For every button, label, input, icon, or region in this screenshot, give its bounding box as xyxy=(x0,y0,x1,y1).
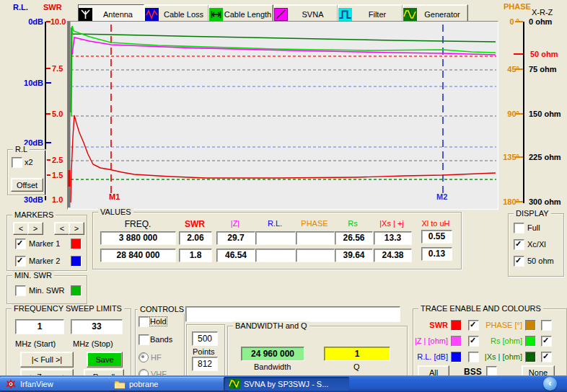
svna-taskbar-icon xyxy=(229,378,240,389)
marker2-prev-button[interactable]: < xyxy=(54,222,70,235)
value-swr-m1[interactable]: 2.06 xyxy=(179,231,212,245)
marker2-color-swatch[interactable] xyxy=(71,256,82,267)
rl-x2-checkbox[interactable] xyxy=(12,157,22,168)
folder-icon xyxy=(114,379,126,389)
value-rl-m1[interactable] xyxy=(255,231,296,245)
freq-stop-label: MHz (Stop) xyxy=(73,339,113,348)
marker2-label: Marker 2 xyxy=(29,257,60,265)
trace-z-checkbox[interactable] xyxy=(468,336,479,347)
chart-plot-area[interactable]: M1 M2 xyxy=(67,21,498,210)
toolbar-button-label: Cable Length xyxy=(223,10,273,19)
marker1-color-swatch[interactable] xyxy=(71,239,82,249)
value-xs-m1[interactable]: 13.3 xyxy=(374,231,412,245)
trace-xs-color-swatch[interactable] xyxy=(525,352,536,362)
generator-icon xyxy=(403,8,417,21)
xrz-axis-title: X-R-Z xyxy=(532,8,553,17)
toolbar-button-label: SVNA xyxy=(288,10,338,19)
col-header-freq: FREQ. xyxy=(109,219,167,229)
min-swr-group: MIN. SWR Min. SWR xyxy=(6,275,87,304)
cable-length-icon xyxy=(209,8,223,21)
trace-rl-color-swatch[interactable] xyxy=(451,352,462,362)
rl-axis-title: R.L. xyxy=(13,3,28,12)
trace-rl-label: R.L. [dB] xyxy=(413,352,448,361)
display-full-checkbox[interactable] xyxy=(514,223,524,233)
trace-swr-color-swatch[interactable] xyxy=(451,320,462,331)
marker1-checkbox[interactable] xyxy=(15,239,26,249)
arrow-right-icon: > xyxy=(74,224,79,233)
points-secondary-input[interactable]: 812 xyxy=(192,357,218,371)
trace-phase-color-swatch[interactable] xyxy=(525,320,536,331)
freq-start-input[interactable]: 1 xyxy=(15,319,64,334)
db-tick xyxy=(46,82,51,84)
min-swr-color-swatch[interactable] xyxy=(71,285,82,296)
cable-loss-icon xyxy=(145,8,159,21)
trace-z-label: |Z | [ohm] xyxy=(413,337,448,345)
taskbar: IrfanView pobrane SVNA by SP3SWJ - S... … xyxy=(0,375,567,392)
toolbar-button-label: Generator xyxy=(417,10,467,19)
taskbar-button-pobrane[interactable]: pobrane xyxy=(109,377,229,391)
marker1-next-button[interactable]: > xyxy=(27,222,43,235)
trace-rs-color-swatch[interactable] xyxy=(525,336,536,347)
value-rs-m1[interactable]: 26.56 xyxy=(335,231,373,245)
toolbar-button-label: Antenna xyxy=(92,10,144,19)
save-button[interactable]: Save xyxy=(87,352,123,368)
value-freq-m2[interactable]: 28 840 000 xyxy=(100,249,176,262)
value-rs-m2[interactable]: 39.64 xyxy=(335,249,373,262)
value-xl-m1[interactable]: 0.55 xyxy=(421,230,452,244)
value-z-m1[interactable]: 29.7 xyxy=(216,231,255,245)
ohm-tick-label: 50 ohm xyxy=(530,50,558,58)
db-tick-label: 30dB xyxy=(14,195,43,204)
trace-enable-group-title: TRACE ENABLE AND COLOURS xyxy=(418,304,543,313)
value-freq-m1[interactable]: 3 880 000 xyxy=(100,231,176,245)
bandwidth-group: BANDWIDTH and Q 24 960 000 Bandwidth 1 Q xyxy=(227,326,408,379)
info-text-field[interactable] xyxy=(185,306,400,322)
min-swr-checkbox[interactable] xyxy=(15,285,26,296)
ohm-tick-label: 225 ohm xyxy=(529,153,561,161)
trace-phase-checkbox[interactable] xyxy=(541,320,552,331)
marker1-label: Marker 1 xyxy=(29,239,60,248)
hold-checkbox[interactable] xyxy=(139,316,149,327)
swr-tick xyxy=(46,113,50,115)
bandwidth-value-field[interactable]: 24 960 000 xyxy=(241,347,304,361)
points-input[interactable]: 500 xyxy=(192,331,218,346)
taskbar-button-irfanview[interactable]: IrfanView xyxy=(0,377,116,391)
taskbar-button-svna[interactable]: SVNA by SP3SWJ - S... xyxy=(224,377,349,391)
value-phase-m2[interactable] xyxy=(296,249,335,262)
display-xcxl-checkbox[interactable] xyxy=(514,239,524,250)
trace-rs-label: Rs [ohm] xyxy=(480,337,522,345)
trace-rl-checkbox[interactable] xyxy=(468,352,479,362)
trace-xs-checkbox[interactable] xyxy=(541,352,552,362)
value-xl-m2[interactable]: 0.13 xyxy=(421,247,452,261)
trace-z-color-swatch[interactable] xyxy=(451,336,462,347)
taskbar-button-label: pobrane xyxy=(129,380,158,388)
rl-x2-label: x2 xyxy=(25,158,33,166)
full-span-button[interactable]: |< Full >| xyxy=(20,352,74,368)
col-header-xl: Xl to uH xyxy=(407,219,465,228)
marker2-next-button[interactable]: > xyxy=(69,222,84,235)
marker2-checkbox[interactable] xyxy=(15,256,26,267)
trace-rs-checkbox[interactable] xyxy=(541,336,552,347)
marker1-prev-button[interactable]: < xyxy=(13,222,29,235)
q-value-field[interactable]: 1 xyxy=(324,347,390,361)
value-z-m2[interactable]: 46.54 xyxy=(216,249,255,262)
arrow-right-icon: > xyxy=(33,224,38,233)
freq-start-label: MHz (Start) xyxy=(15,339,56,348)
value-phase-m1[interactable] xyxy=(296,231,335,245)
phase-tick xyxy=(515,201,523,202)
swr-tick xyxy=(46,174,50,176)
freq-stop-input[interactable]: 33 xyxy=(71,319,123,334)
bands-checkbox[interactable] xyxy=(139,334,149,345)
display-50ohm-label: 50 ohm xyxy=(527,257,554,265)
value-swr-m2[interactable]: 1.8 xyxy=(179,249,212,262)
value-xs-m2[interactable]: 24.38 xyxy=(374,249,412,262)
trace-swr-checkbox[interactable] xyxy=(468,320,479,331)
value-rl-m2[interactable] xyxy=(255,249,296,262)
offset-button[interactable]: Offset xyxy=(11,178,43,192)
display-50ohm-checkbox[interactable] xyxy=(514,256,524,267)
taskbar-button-label: IrfanView xyxy=(20,380,53,388)
toolbar-button-label: Filter xyxy=(352,10,403,19)
taskbar-button-label: SVNA by SP3SWJ - S... xyxy=(244,380,328,388)
taskbar-collapse-chevron[interactable]: ‹ xyxy=(543,377,557,391)
trace-xs-label: |Xs | [ohm] xyxy=(480,352,522,361)
hf-radio[interactable] xyxy=(139,352,149,362)
